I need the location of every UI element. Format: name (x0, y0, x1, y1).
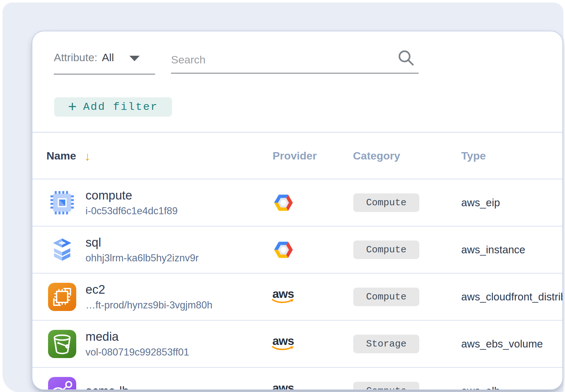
chevron-down-icon (129, 56, 140, 61)
resource-id: ohhj3lrm-ka6lb5hy2iznv9r (86, 253, 199, 263)
resource-id: vol-080719c992853ff01 (86, 347, 189, 357)
table-row[interactable]: compute i-0c53df6c1e4dc1f89 Compute aws_… (32, 179, 562, 226)
resource-name: ec2 (86, 283, 105, 296)
table-row[interactable]: ec2 …ft-prod/hynzs9bi-3vgjm80h aws Compu… (32, 273, 562, 320)
category-badge: Storage (353, 335, 419, 353)
column-header-name-label: Name (46, 150, 76, 162)
aws-logo-icon: aws (272, 368, 295, 390)
attribute-label: Attribute: (54, 51, 97, 64)
attribute-dropdown[interactable]: Attribute: All (54, 48, 140, 67)
resource-name: compute (86, 189, 132, 202)
table-row[interactable]: sql ohhj3lrm-ka6lb5hy2iznv9r Compute aws… (32, 226, 562, 273)
table-body: compute i-0c53df6c1e4dc1f89 Compute aws_… (32, 179, 562, 390)
gcp-compute-engine-icon (50, 191, 74, 215)
add-filter-label: Add filter (83, 101, 158, 113)
sort-desc-icon: ↓ (85, 150, 91, 163)
column-header-type[interactable]: Type (461, 133, 486, 179)
search-input[interactable] (171, 47, 419, 74)
table-row[interactable]: media vol-080719c992853ff01 aws Storage … (32, 320, 562, 367)
resource-id: i-0c53df6c1e4dc1f89 (86, 206, 178, 216)
resource-name: media (86, 330, 119, 343)
resource-type: aws_eip (461, 179, 500, 226)
resource-type: aws_cloudfront_distribution (461, 274, 563, 320)
attribute-value: All (102, 51, 114, 64)
resource-table-card: Attribute: All + Add filter Name ↓ Provi… (32, 31, 563, 390)
page: { "colors": { "outer_background": "#e9ed… (0, 0, 565, 392)
resource-name: sql (86, 236, 101, 249)
aws-logo-icon: aws (272, 274, 295, 320)
aws-elb-icon (48, 377, 76, 390)
column-header-category-label: Category (353, 150, 400, 162)
aws-logo-icon: aws (272, 321, 295, 367)
aws-ec2-icon (48, 283, 76, 311)
column-header-name[interactable]: Name ↓ (46, 133, 91, 179)
resource-type: aws_alb (461, 368, 500, 390)
resource-type: aws_ebs_volume (461, 321, 543, 367)
column-header-category[interactable]: Category (353, 133, 400, 179)
gcp-cloud-sql-icon (50, 238, 74, 262)
column-header-provider-label: Provider (273, 150, 317, 162)
search-icon[interactable] (397, 49, 415, 69)
table-row[interactable]: acme-lb aws Compute aws_alb (32, 367, 562, 390)
category-badge: Compute (353, 382, 419, 390)
plus-icon: + (68, 99, 77, 114)
category-badge: Compute (353, 288, 419, 306)
add-filter-button[interactable]: + Add filter (54, 97, 172, 117)
gcp-logo-icon (272, 226, 295, 273)
attribute-underline (54, 74, 155, 75)
column-header-provider[interactable]: Provider (273, 133, 317, 179)
aws-s3-bucket-icon (48, 330, 76, 358)
category-badge: Compute (353, 193, 419, 212)
resource-id: …ft-prod/hynzs9bi-3vgjm80h (86, 300, 212, 310)
resource-name: acme-lb (86, 385, 129, 390)
resource-type: aws_instance (461, 226, 525, 273)
column-header-type-label: Type (461, 150, 486, 162)
table-header: Name ↓ Provider Category Type (32, 132, 562, 179)
gcp-logo-icon (272, 179, 295, 226)
category-badge: Compute (353, 241, 419, 259)
